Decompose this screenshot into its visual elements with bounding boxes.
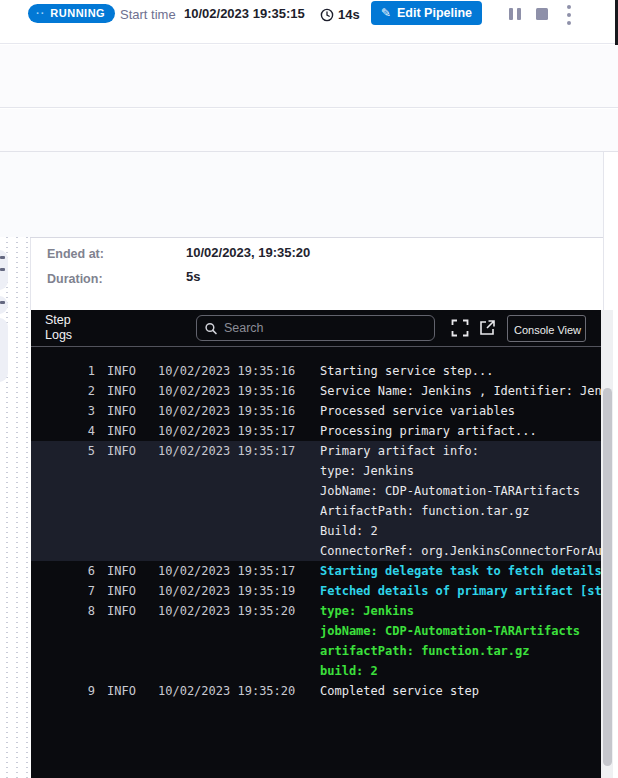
log-message-line: jobName: CDP-Automation-TARArtifacts — [320, 621, 601, 641]
log-message: Service Name: Jenkins , Identifier: Jen — [320, 381, 601, 401]
log-timestamp: 10/02/2023 19:35:17 — [158, 441, 308, 461]
log-timestamp: 10/02/2023 19:35:20 — [158, 681, 308, 701]
elapsed-time: 14s — [338, 7, 360, 22]
log-message-line: Processed service variables — [320, 401, 601, 421]
log-message-line: ConnectorRef: org.JenkinsConnectorForAu — [320, 541, 601, 561]
log-message: Primary artifact info:type: JenkinsJobNa… — [320, 441, 601, 561]
log-message: Starting delegate task to fetch details — [320, 561, 601, 581]
stop-icon[interactable] — [536, 8, 548, 20]
log-message-line: ArtifactPath: function.tar.gz — [320, 501, 601, 521]
log-line-number: 9 — [31, 681, 95, 701]
log-panel-header: Step Logs Console View — [31, 310, 601, 347]
console-view-bar: Console View — [0, 109, 618, 152]
log-message: Processing primary artifact... — [320, 421, 601, 441]
log-message: Completed service step — [320, 681, 601, 701]
log-line-number: 8 — [31, 601, 95, 621]
log-message-line: Completed service step — [320, 681, 601, 701]
log-message-line: Fetched details of primary artifact [st — [320, 581, 601, 601]
log-row: 6INFO10/02/2023 19:35:17Starting delegat… — [31, 561, 601, 581]
start-time-label: Start time — [120, 7, 176, 22]
log-line-number: 6 — [31, 561, 95, 581]
log-timestamp: 10/02/2023 19:35:19 — [158, 581, 308, 601]
log-search-input[interactable] — [224, 321, 426, 335]
log-row: 5INFO10/02/2023 19:35:17Primary artifact… — [31, 441, 601, 561]
step-logs-title: Step Logs — [45, 313, 87, 343]
fullscreen-icon[interactable] — [451, 319, 469, 337]
log-message-line: Starting service step... — [320, 361, 601, 381]
ended-at-label: Ended at: — [47, 247, 104, 261]
log-timestamp: 10/02/2023 19:35:17 — [158, 561, 308, 581]
pause-icon[interactable] — [509, 8, 521, 20]
start-time-value: 10/02/2023 19:35:15 — [184, 6, 305, 21]
duration-value: 5s — [186, 269, 200, 284]
log-message-line: Primary artifact info: — [320, 441, 601, 461]
status-badge: ·· RUNNING — [28, 4, 115, 23]
ended-at-value: 10/02/2023, 19:35:20 — [186, 245, 310, 260]
kebab-menu-icon[interactable] — [567, 5, 571, 29]
duration-label: Duration: — [47, 272, 103, 286]
edit-pipeline-button[interactable]: ✎ Edit Pipeline — [371, 1, 482, 25]
step-details-card: Ended at: 10/02/2023, 19:35:20 Duration:… — [30, 238, 603, 310]
log-row: 1INFO10/02/2023 19:35:16Starting service… — [31, 361, 601, 381]
log-message-line: Build: 2 — [320, 521, 601, 541]
log-timestamp: 10/02/2023 19:35:16 — [158, 401, 308, 421]
log-message-line: JobName: CDP-Automation-TARArtifacts — [320, 481, 601, 501]
log-message: Starting service step... — [320, 361, 601, 381]
log-message: type: JenkinsjobName: CDP-Automation-TAR… — [320, 601, 601, 681]
running-spinner-icon: ·· — [36, 8, 45, 19]
log-timestamp: 10/02/2023 19:35:17 — [158, 421, 308, 441]
pipeline-graph-strip — [0, 237, 30, 778]
log-message-line: type: Jenkins — [320, 461, 601, 481]
log-level: INFO — [107, 581, 146, 601]
log-row: 3INFO10/02/2023 19:35:16Processed servic… — [31, 401, 601, 421]
pipeline-node-partial[interactable] — [0, 296, 8, 314]
log-level: INFO — [107, 441, 146, 461]
pencil-icon: ✎ — [381, 7, 391, 19]
log-line-number: 3 — [31, 401, 95, 421]
log-message-line: Processing primary artifact... — [320, 421, 601, 441]
log-row: 9INFO10/02/2023 19:35:20Completed servic… — [31, 681, 601, 701]
log-message-line: artifactPath: function.tar.gz — [320, 641, 601, 661]
pipeline-canvas-area — [0, 152, 618, 237]
log-line-number: 5 — [31, 441, 95, 461]
node-status-mark — [0, 301, 5, 304]
log-level: INFO — [107, 681, 146, 701]
log-line-number: 2 — [31, 381, 95, 401]
log-message-line: Service Name: Jenkins , Identifier: Jen — [320, 381, 601, 401]
log-level: INFO — [107, 601, 146, 621]
log-level: INFO — [107, 361, 146, 381]
log-line-number: 7 — [31, 581, 95, 601]
step-logs-panel: Step Logs Console View 1INFO10/02/2023 1… — [31, 310, 601, 778]
log-row: 8INFO10/02/2023 19:35:20type: Jenkinsjob… — [31, 601, 601, 681]
pipeline-node-partial[interactable] — [0, 318, 8, 382]
account-bar: kanika.mittal@harness.io — [0, 45, 618, 108]
log-lines-container[interactable]: 1INFO10/02/2023 19:35:16Starting service… — [31, 347, 601, 701]
log-line-number: 4 — [31, 421, 95, 441]
log-level: INFO — [107, 401, 146, 421]
execution-header-bar: ·· RUNNING Start time 10/02/2023 19:35:1… — [0, 0, 618, 44]
status-badge-label: RUNNING — [50, 8, 105, 19]
log-level: INFO — [107, 561, 146, 581]
log-timestamp: 10/02/2023 19:35:20 — [158, 601, 308, 621]
log-message-line: Starting delegate task to fetch details — [320, 561, 601, 581]
clock-icon — [320, 8, 334, 22]
node-status-mark — [0, 268, 5, 271]
log-row: 7INFO10/02/2023 19:35:19Fetched details … — [31, 581, 601, 601]
console-view-button[interactable]: Console View — [507, 315, 586, 342]
log-search-box[interactable] — [196, 315, 435, 341]
log-row: 4INFO10/02/2023 19:35:17Processing prima… — [31, 421, 601, 441]
scrollbar-thumb[interactable] — [603, 388, 612, 766]
open-in-new-icon[interactable] — [478, 319, 496, 337]
node-status-mark — [0, 256, 5, 259]
log-message-line: type: Jenkins — [320, 601, 601, 621]
log-message: Processed service variables — [320, 401, 601, 421]
edit-pipeline-label: Edit Pipeline — [397, 6, 472, 20]
search-icon — [205, 322, 217, 335]
log-line-number: 1 — [31, 361, 95, 381]
log-row: 2INFO10/02/2023 19:35:16Service Name: Je… — [31, 381, 601, 401]
vertical-scrollbar[interactable] — [601, 310, 613, 778]
log-level: INFO — [107, 381, 146, 401]
log-message: Fetched details of primary artifact [st — [320, 581, 601, 601]
log-timestamp: 10/02/2023 19:35:16 — [158, 361, 308, 381]
log-level: INFO — [107, 421, 146, 441]
